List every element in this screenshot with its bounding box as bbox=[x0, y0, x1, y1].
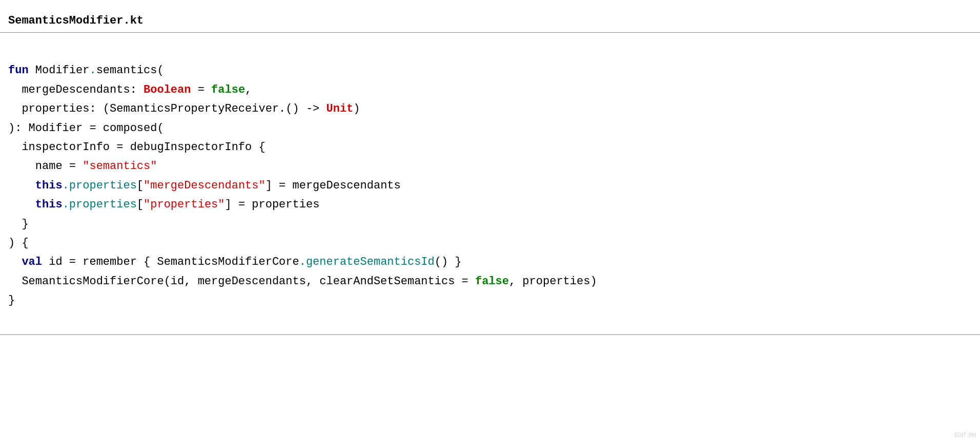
code-line-6: name = "semantics" bbox=[8, 160, 157, 173]
file-title: SemanticsModifier.kt bbox=[0, 9, 980, 32]
code-line-5: inspectorInfo = debugInspectorInfo { bbox=[8, 141, 266, 154]
code-line-10: ) { bbox=[8, 237, 29, 249]
bottom-divider bbox=[0, 334, 980, 335]
code-line-8: this.properties["properties"] = properti… bbox=[8, 198, 319, 211]
watermark: EDIT·JIM bbox=[954, 432, 976, 438]
code-line-3: properties: (SemanticsPropertyReceiver.(… bbox=[8, 102, 360, 115]
code-line-12: SemanticsModifierCore(id, mergeDescendan… bbox=[8, 275, 597, 288]
code-line-7: this.properties["mergeDescendants"] = me… bbox=[8, 179, 401, 192]
code-line-9: } bbox=[8, 218, 29, 230]
code-line-1: fun Modifier.semantics( bbox=[8, 64, 164, 77]
code-line-13: } bbox=[8, 294, 15, 307]
code-line-11: val id = remember { SemanticsModifierCor… bbox=[8, 256, 462, 268]
page-container: SemanticsModifier.kt fun Modifier.semant… bbox=[0, 0, 980, 344]
code-block: fun Modifier.semantics( mergeDescendants… bbox=[0, 33, 980, 334]
code-line-4: ): Modifier = composed( bbox=[8, 122, 164, 135]
code-line-2: mergeDescendants: Boolean = false, bbox=[8, 83, 252, 96]
